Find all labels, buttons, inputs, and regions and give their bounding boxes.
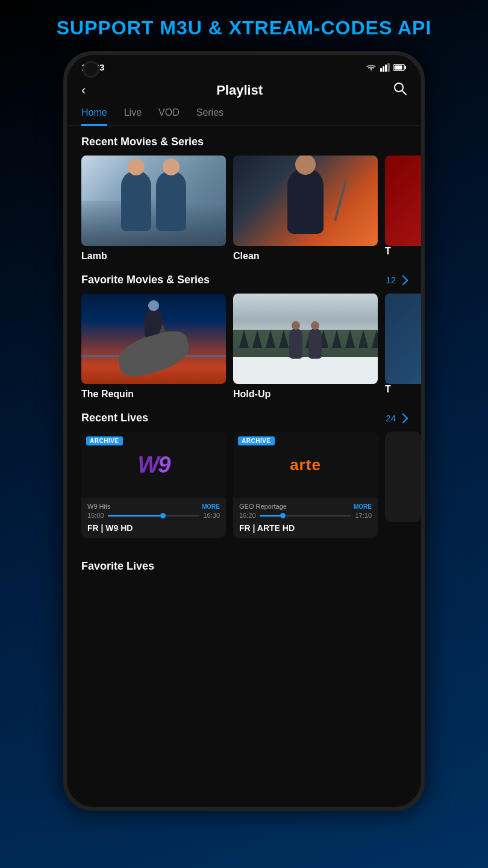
movie-thumb-lamb	[81, 156, 226, 246]
live-card-w9-info: W9 Hits MORE 15:00 16:30	[81, 498, 226, 538]
svg-rect-0	[380, 68, 382, 72]
w9-progress-fill	[108, 515, 163, 517]
recent-lives-header: Recent Lives 24	[67, 412, 421, 432]
live-card-arte-info: GEO Reportage MORE 16:20 17:10	[233, 498, 378, 538]
recent-lives-section: Recent Lives 24 ARCHIVE W9	[67, 412, 421, 538]
arte-time-start: 16:20	[239, 512, 256, 519]
w9-progress-dot	[160, 513, 166, 518]
arte-archive-badge: ARCHIVE	[238, 436, 275, 445]
battery-icon	[393, 64, 407, 71]
movie-card-clean[interactable]: Clean	[233, 156, 378, 262]
favorite-movies-row: The Requin	[67, 294, 421, 400]
content-area: Recent Movies & Series Lamb	[67, 136, 421, 807]
phone-screen: 16:23	[67, 55, 421, 807]
arte-logo: arte	[290, 456, 321, 474]
recent-movies-header: Recent Movies & Series	[67, 136, 421, 156]
arte-more[interactable]: MORE	[354, 503, 372, 510]
tabs-bar: Home Live VOD Series	[67, 107, 421, 126]
nav-title: Playlist	[216, 83, 263, 98]
w9-program: W9 Hits	[87, 503, 111, 510]
live-card-w9-thumb: ARCHIVE W9	[81, 432, 226, 498]
clean-gun	[334, 180, 347, 222]
status-bar: 16:23	[67, 55, 421, 76]
movie-card-fourth[interactable]: T	[385, 294, 421, 400]
movie-title-holdup: Hold-Up	[233, 389, 378, 400]
search-button[interactable]	[393, 82, 407, 99]
arte-progress-dot	[280, 513, 286, 518]
tab-vod[interactable]: VOD	[158, 107, 180, 126]
w9-archive-badge: ARCHIVE	[86, 436, 123, 445]
lamb-figure-2	[156, 171, 186, 231]
arte-progress-fill	[260, 515, 283, 517]
favorite-movies-title: Favorite Movies & Series	[81, 274, 210, 286]
movie-title-fourth: T	[385, 384, 421, 395]
live-cards-row: ARCHIVE W9 W9 Hits MORE 15:00	[67, 432, 421, 538]
movie-card-third[interactable]: T	[385, 156, 421, 262]
movie-title-lamb: Lamb	[81, 251, 226, 262]
nav-bar: ‹ Playlist	[67, 76, 421, 107]
svg-rect-5	[405, 66, 407, 69]
recent-lives-chevron-icon	[398, 413, 408, 423]
w9-time-start: 15:00	[87, 512, 104, 519]
svg-rect-6	[395, 65, 402, 69]
movie-card-lamb[interactable]: Lamb	[81, 156, 226, 262]
holdup-figures	[289, 329, 322, 359]
recent-movies-section: Recent Movies & Series Lamb	[67, 136, 421, 262]
search-icon	[393, 82, 407, 95]
page-header-text: SUPPORT M3U & XTREAM-CODES API	[45, 0, 444, 51]
camera-notch	[83, 61, 99, 78]
recent-movies-row: Lamb Clean T	[67, 156, 421, 262]
tab-home[interactable]: Home	[81, 107, 107, 126]
w9-more[interactable]: MORE	[202, 503, 220, 510]
recent-lives-title: Recent Lives	[81, 412, 148, 424]
status-icons	[366, 63, 407, 72]
movie-thumb-third	[385, 156, 421, 246]
phone-frame: 16:23	[63, 51, 425, 811]
svg-rect-1	[383, 66, 384, 72]
favorite-movies-header: Favorite Movies & Series 12	[67, 274, 421, 294]
movie-thumb-clean	[233, 156, 378, 246]
movie-title-requin: The Requin	[81, 389, 226, 400]
favorite-lives-title: Favorite Lives	[81, 560, 154, 573]
live-card-w9[interactable]: ARCHIVE W9 W9 Hits MORE 15:00	[81, 432, 226, 538]
tab-live[interactable]: Live	[124, 107, 142, 126]
recent-movies-title: Recent Movies & Series	[81, 136, 204, 148]
tab-series[interactable]: Series	[196, 107, 224, 126]
w9-logo: W9	[137, 452, 169, 478]
w9-progress-bar	[108, 515, 200, 517]
svg-rect-3	[387, 63, 390, 72]
w9-channel-name: FR | W9 HD	[87, 523, 133, 533]
shark-body	[114, 327, 193, 380]
arte-progress-bar	[260, 515, 352, 517]
arte-program: GEO Reportage	[239, 503, 287, 510]
movie-title-clean: Clean	[233, 251, 378, 262]
arte-channel-name: FR | ARTE HD	[239, 523, 295, 533]
svg-rect-2	[385, 64, 387, 72]
arte-time-end: 17:10	[355, 512, 372, 519]
movie-title-third: T	[385, 246, 421, 257]
svg-line-8	[402, 90, 406, 95]
snow-ground	[233, 357, 378, 384]
favorite-movies-count[interactable]: 12	[386, 275, 407, 285]
favorite-lives-header: Favorite Lives	[81, 560, 407, 573]
movie-thumb-fourth	[385, 294, 421, 384]
wifi-icon	[366, 63, 377, 72]
live-card-arte-thumb: ARCHIVE arte	[233, 432, 378, 498]
favorite-movies-section: Favorite Movies & Series 12	[67, 274, 421, 400]
movie-card-requin[interactable]: The Requin	[81, 294, 226, 400]
live-card-partial[interactable]	[385, 432, 421, 522]
lamb-figure-1	[121, 171, 151, 231]
back-button[interactable]: ‹	[81, 83, 86, 98]
signal-icon	[380, 63, 390, 72]
w9-time-end: 16:30	[203, 512, 220, 519]
chevron-right-icon	[398, 275, 408, 285]
live-card-arte[interactable]: ARCHIVE arte GEO Reportage MORE 16:20	[233, 432, 378, 538]
movie-thumb-requin	[81, 294, 226, 384]
recent-lives-count[interactable]: 24	[386, 413, 407, 423]
movie-card-holdup[interactable]: Hold-Up	[233, 294, 378, 400]
favorite-lives-section: Favorite Lives	[67, 550, 421, 573]
clean-figure	[287, 168, 324, 234]
movie-thumb-holdup	[233, 294, 378, 384]
